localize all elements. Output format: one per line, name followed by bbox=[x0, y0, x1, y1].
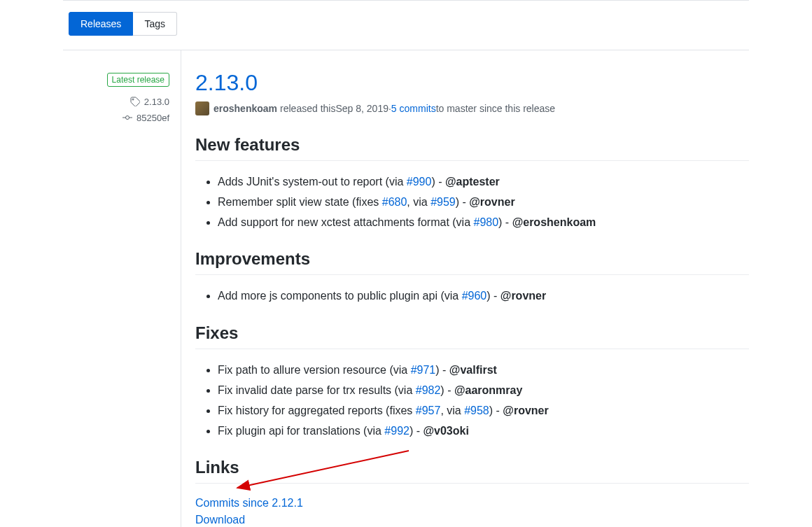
pr-link[interactable]: #957 bbox=[416, 405, 441, 416]
mention[interactable]: @rovner bbox=[503, 405, 548, 416]
tab-releases[interactable]: Releases bbox=[69, 12, 133, 36]
avatar[interactable] bbox=[195, 101, 209, 115]
heading-new-features: New features bbox=[195, 135, 749, 161]
release-date: Sep 8, 2019 bbox=[335, 103, 388, 114]
new-features-list: Adds JUnit's system-out to report (via #… bbox=[195, 172, 749, 232]
commits-suffix: to master since this release bbox=[436, 103, 555, 114]
mention[interactable]: @aptester bbox=[445, 176, 500, 188]
improvements-list: Add more js components to public plugin … bbox=[195, 286, 749, 307]
release-sidebar: Latest release 2.13.0 85250ef bbox=[63, 50, 181, 527]
pr-link[interactable]: #958 bbox=[464, 405, 489, 416]
pr-link[interactable]: #992 bbox=[384, 425, 410, 437]
mention[interactable]: @rovner bbox=[469, 196, 514, 208]
list-item: Fix invalid date parse for trx results (… bbox=[218, 381, 749, 401]
latest-release-badge: Latest release bbox=[107, 73, 169, 87]
tag-icon bbox=[130, 97, 140, 108]
release-meta: eroshenkoam released this Sep 8, 2019 · … bbox=[195, 101, 749, 115]
list-item: Remember split view state (fixes #680, v… bbox=[218, 192, 749, 213]
commit-link[interactable]: 85250ef bbox=[136, 113, 169, 123]
list-item: Fix history for aggregated reports (fixe… bbox=[218, 401, 749, 421]
pr-link[interactable]: #990 bbox=[407, 176, 432, 188]
list-item: Fix path to allure version resource (via… bbox=[218, 360, 749, 381]
list-item: Add support for new xctest attachments f… bbox=[218, 213, 749, 233]
mention[interactable]: @v03oki bbox=[423, 425, 468, 437]
released-text: released this bbox=[280, 103, 335, 114]
tag-link[interactable]: 2.13.0 bbox=[144, 97, 169, 107]
release-tabs: Releases Tags bbox=[63, 12, 749, 36]
heading-fixes: Fixes bbox=[195, 323, 749, 349]
commits-count-link[interactable]: 5 commits bbox=[391, 103, 436, 114]
heading-links: Links bbox=[195, 458, 749, 484]
release-title-link[interactable]: 2.13.0 bbox=[195, 70, 258, 95]
list-item: Add more js components to public plugin … bbox=[218, 286, 749, 307]
mention[interactable]: @rovner bbox=[500, 290, 546, 302]
pr-link[interactable]: #960 bbox=[462, 290, 487, 302]
author-link[interactable]: eroshenkoam bbox=[214, 103, 277, 114]
commit-icon bbox=[122, 113, 132, 125]
tab-tags[interactable]: Tags bbox=[133, 12, 177, 36]
mention[interactable]: @aaronmray bbox=[454, 384, 522, 396]
mention[interactable]: @valfirst bbox=[449, 364, 497, 376]
list-item: Adds JUnit's system-out to report (via #… bbox=[218, 172, 749, 192]
svg-point-0 bbox=[126, 116, 130, 120]
pr-link[interactable]: #980 bbox=[474, 216, 499, 228]
pr-link[interactable]: #982 bbox=[416, 384, 441, 396]
fixes-list: Fix path to allure version resource (via… bbox=[195, 360, 749, 441]
mention[interactable]: @eroshenkoam bbox=[512, 216, 596, 228]
heading-improvements: Improvements bbox=[195, 249, 749, 275]
pr-link[interactable]: #971 bbox=[411, 364, 436, 376]
release-title: 2.13.0 bbox=[195, 70, 749, 96]
download-link[interactable]: Download bbox=[195, 514, 245, 526]
pr-link[interactable]: #959 bbox=[430, 196, 456, 208]
commits-since-link[interactable]: Commits since 2.12.1 bbox=[195, 497, 303, 509]
list-item: Fix plugin api for translations (via #99… bbox=[218, 421, 749, 442]
pr-link[interactable]: #680 bbox=[382, 196, 407, 208]
